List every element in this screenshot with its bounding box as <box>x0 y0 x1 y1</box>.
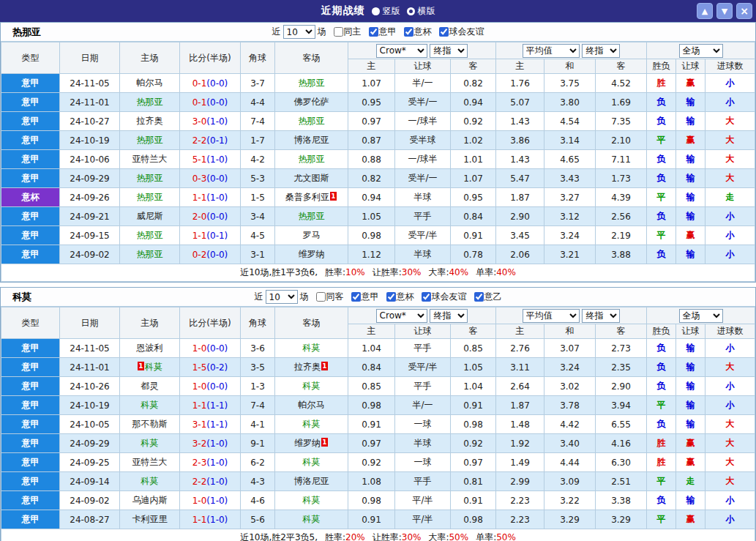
half-score-text: (0-2) <box>206 362 228 373</box>
score-cell: 0-2(0-0) <box>180 245 241 264</box>
col-header-odds-handicap: 让球 <box>395 324 451 339</box>
date-cell: 24-10-26 <box>60 377 120 396</box>
close-button[interactable]: × <box>736 3 752 19</box>
away-team-cell: 博洛尼亚 <box>275 472 348 491</box>
league-filter-checkbox[interactable] <box>386 292 396 302</box>
odds-home-cell: 1.12 <box>348 245 395 264</box>
average-stage-select[interactable]: 终指 <box>582 309 620 323</box>
avg-draw-cell: 3.14 <box>544 131 596 150</box>
league-filter-checkbox[interactable] <box>439 27 449 37</box>
match-count-select[interactable]: 10 <box>283 25 315 39</box>
result-goals-cell: 小 <box>706 74 755 93</box>
odds-home-cell: 0.98 <box>348 396 395 415</box>
home-team-cell: 乌迪内斯 <box>120 491 180 510</box>
fulltime-select[interactable]: 全场 <box>679 44 723 58</box>
average-select[interactable]: 平均值 <box>523 309 580 323</box>
team-name: 科莫 <box>12 291 31 304</box>
summary-stat-label: 大率: <box>428 532 449 541</box>
avg-away-cell: 6.30 <box>596 453 647 472</box>
league-filter[interactable]: 意乙 <box>474 291 502 303</box>
league-filter[interactable]: 球会友谊 <box>422 291 467 303</box>
filter-controls: 近 10 场 同客 意甲意杯球会友谊意乙 <box>255 290 502 304</box>
col-header-goals: 进球数 <box>706 59 755 74</box>
odds-handicap-cell: 半/一 <box>395 74 451 93</box>
league-filter-label: 意甲 <box>362 291 379 303</box>
league-filter-checkbox[interactable] <box>404 27 413 37</box>
same-venue-checkbox-0[interactable] <box>334 27 343 37</box>
match-count-select[interactable]: 10 <box>266 290 298 304</box>
scroll-up-button[interactable]: ▲ <box>697 3 713 19</box>
full-score-text: 2-0 <box>192 212 207 222</box>
score-cell: 5-1(1-0) <box>180 150 241 169</box>
odds-handicap-cell: 平手 <box>395 472 451 491</box>
odds-home-cell: 0.88 <box>348 150 395 169</box>
date-cell: 24-09-21 <box>60 207 120 226</box>
result-goals-cell: 大 <box>706 453 755 472</box>
result-goals-cell: 小 <box>706 93 755 112</box>
team-name-text: 热那亚 <box>299 154 325 164</box>
col-header-date: 日期 <box>60 307 120 339</box>
league-filter-checkbox[interactable] <box>474 292 484 302</box>
summary-prefix: 近10场,胜2平3负5, <box>240 532 318 541</box>
away-team-cell: 佛罗伦萨 <box>275 93 348 112</box>
league-filter-checkbox[interactable] <box>422 292 431 302</box>
scroll-down-button[interactable]: ▼ <box>716 3 733 19</box>
league-filter[interactable]: 球会友谊 <box>439 26 484 38</box>
result-handicap-cell: 输 <box>676 245 706 264</box>
away-team-cell: 维罗纳 <box>275 245 348 264</box>
corner-cell: 1-3 <box>241 377 275 396</box>
team-name-text: 帕尔马 <box>299 400 325 410</box>
odds-away-cell: 0.95 <box>451 188 496 207</box>
radio-unselected-icon <box>372 7 380 15</box>
league-filter-label: 球会友谊 <box>449 26 484 38</box>
summary-stat: 让胜率:30% <box>373 532 422 541</box>
same-venue-filter[interactable]: 同主 <box>334 26 362 38</box>
avg-draw-cell: 3.43 <box>544 169 596 188</box>
view-option-vertical[interactable]: 竖版 <box>372 5 400 18</box>
league-filter[interactable]: 意甲 <box>351 291 379 303</box>
odds-away-cell: 1.07 <box>451 169 496 188</box>
average-stage-select[interactable]: 终指 <box>582 44 620 58</box>
col-header-avg-home: 主 <box>496 324 544 339</box>
date-cell: 24-10-19 <box>60 396 120 415</box>
league-filter-checkbox[interactable] <box>369 27 378 37</box>
fulltime-select[interactable]: 全场 <box>679 309 723 323</box>
summary-row: 近10场,胜1平3负6,胜率:10%让胜率:30%大率:40%单率:40% <box>1 264 755 282</box>
team-name-text: 科莫 <box>303 457 321 467</box>
bookmaker-stage-select[interactable]: 终指 <box>430 44 468 58</box>
avg-draw-cell: 4.65 <box>544 150 596 169</box>
avg-away-cell: 2.19 <box>596 226 647 245</box>
col-header-type: 类型 <box>1 307 60 339</box>
score-cell: 0-1(0-0) <box>180 74 241 93</box>
same-venue-checkbox-1[interactable] <box>316 292 326 302</box>
summary-stat-value: 10% <box>345 267 365 277</box>
full-score-text: 3-1 <box>192 419 207 430</box>
view-option-horizontal[interactable]: 横版 <box>407 5 435 18</box>
league-filter[interactable]: 意杯 <box>386 291 414 303</box>
league-filter-label: 意甲 <box>379 26 397 38</box>
average-select[interactable]: 平均值 <box>523 44 580 58</box>
away-team-cell: 维罗纳1 <box>275 434 348 453</box>
avg-home-cell: 1.76 <box>496 74 544 93</box>
score-cell: 3-1(1-1) <box>180 415 241 434</box>
result-row: 意甲24-09-25亚特兰大2-3(1-0)6-2科莫0.92一球0.971.4… <box>1 453 755 472</box>
odds-away-cell: 1.04 <box>451 377 496 396</box>
league-filter[interactable]: 意甲 <box>369 26 397 38</box>
same-venue-filter[interactable]: 同客 <box>316 291 344 303</box>
score-cell: 1-1(1-0) <box>180 510 241 529</box>
score-cell: 1-0(0-0) <box>180 377 241 396</box>
home-team-cell: 亚特兰大 <box>120 453 180 472</box>
league-filter[interactable]: 意杯 <box>404 26 432 38</box>
bookmaker-select[interactable]: Crow* <box>376 44 427 58</box>
league-cell: 意甲 <box>1 510 60 529</box>
league-cell: 意甲 <box>1 472 60 491</box>
league-filter-checkbox[interactable] <box>351 292 361 302</box>
result-row: 意甲24-11-05恩波利1-0(0-0)3-6科莫1.04平手0.852.76… <box>1 339 755 358</box>
result-row: 意甲24-11-011科莫1-5(0-2)3-5拉齐奥10.84受平/半1.05… <box>1 358 755 377</box>
bookmaker-select[interactable]: Crow* <box>376 309 427 323</box>
result-wdl-cell: 负 <box>647 339 676 358</box>
bookmaker-stage-select[interactable]: 终指 <box>430 309 468 323</box>
avg-home-cell: 1.87 <box>496 188 544 207</box>
half-score-text: (1-1) <box>206 419 228 430</box>
home-team-cell: 恩波利 <box>120 339 180 358</box>
